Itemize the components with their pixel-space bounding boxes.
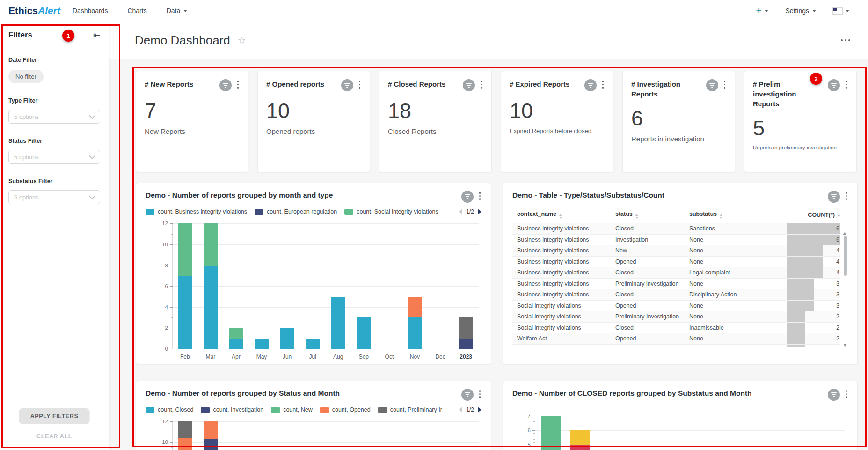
type-status-table-card: Demo - Table - Type/Status/Substatus/Cou…	[503, 183, 858, 364]
count-data-bar	[787, 289, 814, 300]
scroll-up-icon[interactable]	[843, 224, 846, 235]
count-value: 4	[836, 258, 839, 265]
column-header[interactable]: status	[615, 211, 689, 219]
cell-substatus: None	[689, 313, 787, 320]
clear-all-button[interactable]: CLEAR ALL	[36, 433, 72, 440]
count-value: 3	[836, 280, 839, 287]
cell-substatus: Legal complaint	[689, 269, 787, 276]
filter-icon[interactable]	[584, 79, 597, 91]
favorite-star-icon[interactable]: ☆	[238, 35, 246, 46]
kebab-menu-icon[interactable]	[723, 79, 727, 90]
legend-item[interactable]: count, New	[271, 406, 313, 413]
table-row: Business integrity violations Opened Non…	[512, 257, 840, 268]
sort-icon[interactable]	[720, 214, 722, 219]
sort-icon[interactable]	[635, 214, 638, 219]
kebab-menu-icon[interactable]	[478, 389, 482, 399]
filter-icon[interactable]	[828, 191, 840, 203]
count-value: 4	[836, 269, 839, 276]
stacked-bar-plot: 024681012	[172, 223, 479, 349]
nav-item-charts[interactable]: Charts	[127, 7, 146, 15]
substatus-filter-label: Substatus Filter	[8, 178, 100, 184]
add-new-button[interactable]: +	[756, 6, 769, 15]
kpi-card: # Closed Reports 18 Closed Reports	[379, 71, 492, 172]
sort-icon[interactable]	[559, 214, 562, 219]
filter-icon[interactable]	[461, 191, 474, 203]
bar-segment	[178, 438, 192, 450]
cell-count: 3	[787, 279, 840, 289]
scroll-down-icon[interactable]	[843, 344, 847, 347]
kebab-menu-icon[interactable]	[601, 79, 605, 90]
legend-label: count, Business integrity violations	[158, 208, 247, 215]
table-scrollbar[interactable]	[843, 224, 848, 347]
cell-context-name: Business integrity violations	[512, 258, 615, 265]
bar-segment	[459, 317, 473, 339]
kebab-menu-icon[interactable]	[478, 191, 482, 201]
dashboard-more-menu-icon[interactable]	[838, 37, 853, 44]
cell-status: Investigation	[615, 236, 689, 243]
filter-icon[interactable]	[828, 79, 840, 91]
legend-item[interactable]: count, Opened	[320, 406, 371, 413]
sort-icon[interactable]	[838, 213, 840, 217]
column-header[interactable]: COUNT(*)	[787, 212, 840, 218]
legend-item[interactable]: count, European regulation	[255, 208, 337, 215]
legend-item[interactable]: count, Business integrity violations	[146, 208, 247, 215]
filter-icon[interactable]	[219, 79, 232, 91]
status-filter-label: Status Filter	[8, 138, 100, 144]
kebab-menu-icon[interactable]	[480, 79, 483, 90]
legend-page-indicator: 1/2	[466, 406, 474, 413]
column-header[interactable]: context_name	[512, 211, 615, 219]
legend-prev-icon[interactable]	[459, 209, 462, 214]
kebab-menu-icon[interactable]	[845, 79, 848, 90]
table-row: Social integrity violations Closed Inadm…	[512, 323, 840, 334]
settings-menu[interactable]: Settings	[785, 7, 816, 15]
filter-icon[interactable]	[463, 79, 475, 91]
collapse-sidebar-icon[interactable]: ⇤	[93, 31, 100, 39]
x-axis-label: May	[249, 354, 275, 360]
table-row-partial	[512, 345, 840, 348]
count-data-bar	[787, 279, 814, 289]
count-value: 2	[836, 335, 839, 342]
kebab-menu-icon[interactable]	[845, 191, 848, 201]
y-axis-label: 12	[151, 221, 168, 226]
language-selector[interactable]	[833, 8, 849, 14]
legend-item[interactable]: count, Investigation	[201, 406, 263, 413]
filter-icon[interactable]	[341, 79, 353, 91]
legend-prev-icon[interactable]	[459, 407, 462, 413]
scrollbar-thumb[interactable]	[844, 236, 847, 276]
type-filter-select[interactable]: 5 options	[8, 110, 100, 124]
legend-item[interactable]: count, Social integrity violations	[344, 208, 438, 215]
filter-icon[interactable]	[706, 79, 718, 91]
nav-item-data[interactable]: Data	[167, 7, 188, 15]
legend-next-icon[interactable]	[478, 209, 481, 214]
status-month-chart-card: Demo - Number of reports grouped by Stat…	[136, 381, 491, 450]
x-axis-label: Mar	[198, 354, 224, 360]
x-axis-label: Feb	[172, 354, 198, 360]
kpi-value: 6	[631, 106, 726, 131]
date-filter-value[interactable]: No filter	[8, 70, 44, 83]
app-logo[interactable]: EthicsAlert	[8, 5, 60, 16]
kebab-menu-icon[interactable]	[845, 389, 848, 399]
kebab-menu-icon[interactable]	[236, 79, 240, 90]
apply-filters-button[interactable]: APPLY FILTERS	[19, 408, 90, 424]
table-title: Demo - Table - Type/Status/Substatus/Cou…	[512, 191, 664, 200]
column-header[interactable]: substatus	[689, 211, 787, 219]
substatus-filter-select[interactable]: 6 options	[8, 190, 100, 204]
filter-icon[interactable]	[828, 389, 840, 401]
dashboard-widgets-area: # New Reports 7 New Reports # Opened rep…	[109, 59, 868, 450]
cell-status: Preliminary Investigation	[615, 313, 689, 320]
bar-segment	[459, 339, 473, 349]
legend-next-icon[interactable]	[478, 407, 481, 413]
filters-title: Filters	[8, 30, 32, 40]
legend-item[interactable]: count, Closed	[146, 406, 193, 413]
status-filter-select[interactable]: 5 options	[8, 150, 100, 164]
page-title: Demo Dashboard	[135, 33, 230, 48]
kebab-menu-icon[interactable]	[358, 79, 362, 90]
kpi-card: # Investigation Reports 6 Reports in inv…	[622, 71, 735, 172]
cell-count: 2	[787, 333, 840, 344]
filter-icon[interactable]	[461, 389, 474, 401]
table-row: Business integrity violations Closed San…	[512, 223, 840, 235]
type-filter-label: Type Filter	[8, 97, 100, 104]
legend-item[interactable]: count, Preliminary Ir	[378, 406, 442, 413]
nav-item-dashboards[interactable]: Dashboards	[73, 7, 108, 15]
count-data-bar	[787, 311, 805, 322]
